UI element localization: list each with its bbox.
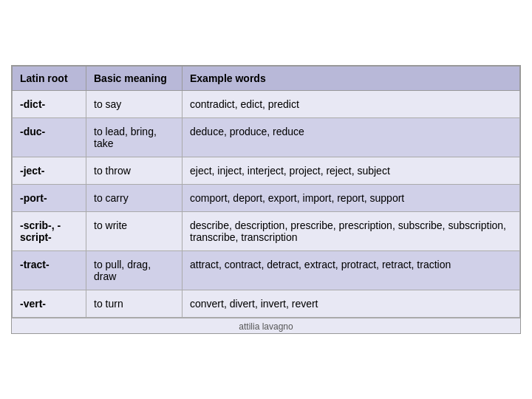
cell-examples: contradict, edict, predict (183, 91, 520, 118)
table-row: -vert-to turnconvert, divert, invert, re… (13, 290, 520, 318)
latin-roots-table: Latin root Basic meaning Example words -… (11, 65, 521, 334)
cell-meaning: to say (86, 91, 183, 118)
header-latin-root: Latin root (13, 66, 86, 91)
cell-examples: attract, contract, detract, extract, pro… (183, 251, 520, 290)
cell-root: -port- (13, 185, 86, 212)
header-example-words: Example words (183, 66, 520, 91)
cell-root: -duc- (13, 118, 86, 157)
cell-meaning: to write (86, 212, 183, 251)
table-row: -tract-to pull, drag, drawattract, contr… (13, 251, 520, 290)
table-row: -port-to carrycomport, deport, export, i… (13, 185, 520, 212)
table-row: -ject-to throweject, inject, interject, … (13, 157, 520, 185)
header-basic-meaning: Basic meaning (86, 66, 183, 91)
cell-meaning: to pull, drag, draw (86, 251, 183, 290)
table-row: -dict-to saycontradict, edict, predict (13, 91, 520, 118)
table-row: -duc-to lead, bring, takededuce, produce… (13, 118, 520, 157)
cell-root: -vert- (13, 290, 86, 318)
cell-meaning: to carry (86, 185, 183, 212)
cell-examples: eject, inject, interject, project, rejec… (183, 157, 520, 185)
cell-root: -dict- (13, 91, 86, 118)
cell-root: -scrib-, -script- (13, 212, 86, 251)
table-row: -scrib-, -script-to writedescribe, descr… (13, 212, 520, 251)
footer-attribution: attilia lavagno (239, 321, 293, 332)
cell-examples: convert, divert, invert, revert (183, 290, 520, 318)
cell-root: -ject- (13, 157, 86, 185)
cell-examples: comport, deport, export, import, report,… (183, 185, 520, 212)
cell-root: -tract- (13, 251, 86, 290)
table-footer: attilia lavagno (12, 318, 520, 333)
cell-meaning: to turn (86, 290, 183, 318)
cell-examples: describe, description, prescribe, prescr… (183, 212, 520, 251)
cell-meaning: to lead, bring, take (86, 118, 183, 157)
table-header-row: Latin root Basic meaning Example words (13, 66, 520, 91)
cell-examples: deduce, produce, reduce (183, 118, 520, 157)
cell-meaning: to throw (86, 157, 183, 185)
